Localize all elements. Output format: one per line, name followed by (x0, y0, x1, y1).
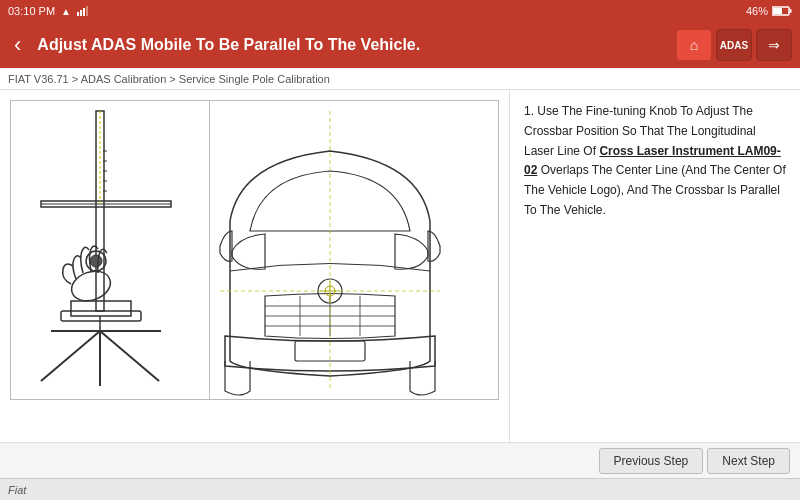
status-left: 03:10 PM ▲ (8, 5, 91, 17)
header-actions: ⌂ ADAS ⇒ (676, 29, 792, 61)
right-diagram (210, 100, 499, 400)
header: ‹ Adjust ADAS Mobile To Be Parallel To T… (0, 22, 800, 68)
battery-percent: 46% (746, 5, 768, 17)
svg-rect-27 (210, 101, 450, 400)
instruction-text: 1. Use The Fine-tuning Knob To Adjust Th… (524, 102, 786, 221)
breadcrumb: FIAT V36.71 > ADAS Calibration > Service… (0, 68, 800, 90)
previous-step-button[interactable]: Previous Step (599, 448, 704, 474)
step-number: 1. (524, 104, 534, 118)
svg-rect-3 (86, 6, 88, 16)
breadcrumb-text: FIAT V36.71 > ADAS Calibration > Service… (8, 73, 330, 85)
svg-rect-6 (773, 8, 782, 14)
status-right: 46% (746, 5, 792, 17)
svg-rect-2 (83, 8, 85, 16)
brand-bar: Fiat (0, 478, 800, 500)
status-bar: 03:10 PM ▲ 46% (0, 0, 800, 22)
home-button[interactable]: ⌂ (676, 29, 712, 61)
back-button[interactable]: ‹ (8, 28, 27, 62)
signal-icon (77, 6, 91, 16)
home-icon: ⌂ (690, 37, 698, 53)
left-diagram (10, 100, 210, 400)
time-display: 03:10 PM (8, 5, 55, 17)
svg-point-19 (90, 255, 102, 267)
svg-rect-5 (790, 9, 792, 13)
diagram-area (0, 90, 510, 442)
next-step-button[interactable]: Next Step (707, 448, 790, 474)
instruction-part2: Overlaps The Center Line (And The Center… (524, 163, 786, 217)
instruction-panel: 1. Use The Fine-tuning Knob To Adjust Th… (510, 90, 800, 442)
battery-icon (772, 6, 792, 16)
wifi-icon: ▲ (61, 6, 71, 17)
svg-rect-0 (77, 12, 79, 16)
share-button[interactable]: ⇒ (756, 29, 792, 61)
page-title: Adjust ADAS Mobile To Be Parallel To The… (37, 36, 666, 54)
adas-icon: ADAS (720, 40, 748, 51)
svg-rect-7 (11, 101, 210, 400)
main-content: 1. Use The Fine-tuning Knob To Adjust Th… (0, 90, 800, 442)
svg-rect-1 (80, 10, 82, 16)
adas-button[interactable]: ADAS (716, 29, 752, 61)
footer-navigation: Previous Step Next Step (0, 442, 800, 478)
share-icon: ⇒ (768, 37, 780, 53)
brand-name: Fiat (8, 484, 26, 496)
